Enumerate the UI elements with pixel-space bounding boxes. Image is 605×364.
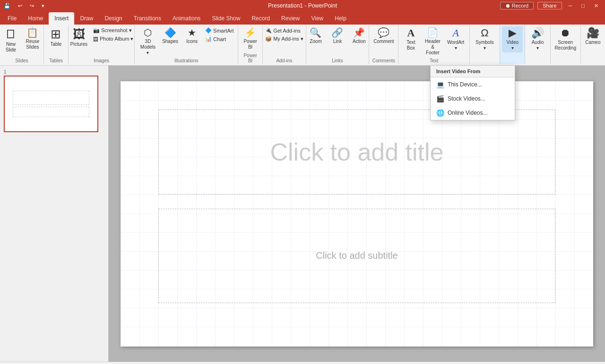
power-bi-label: PowerBI: [243, 39, 257, 50]
get-addins-button[interactable]: 🔌 Get Add-ins: [263, 26, 305, 34]
screenshot-button[interactable]: 📷 Screenshot ▾: [91, 26, 135, 34]
cameo-items: 🎥 Cameo: [582, 26, 603, 62]
images-group-label: Images: [94, 57, 109, 63]
icons-icon: ★: [188, 28, 196, 37]
screenshot-icon: 📷: [93, 27, 100, 34]
tab-transitions[interactable]: Transitions: [128, 12, 167, 25]
title-placeholder[interactable]: Click to add title: [158, 110, 555, 195]
header-footer-button[interactable]: 📄 Header& Footer: [422, 26, 443, 57]
quick-access-save[interactable]: 💾: [4, 3, 10, 9]
comments-items: 💬 Comment: [371, 26, 397, 57]
stock-videos-label: Stock Videos...: [448, 95, 485, 102]
symbols-label: Symbols ▾: [475, 40, 494, 51]
zoom-button[interactable]: 🔍 Zoom: [305, 26, 326, 46]
addins-group-label: Add-ins: [276, 57, 292, 63]
stock-videos-item[interactable]: 🎬 Stock Videos...: [431, 92, 515, 106]
audio-button[interactable]: 🔊 Audio ▾: [527, 26, 548, 52]
subtitle-placeholder-text: Click to add subtitle: [316, 250, 398, 261]
new-slide-button[interactable]: 🗌 NewSlide: [0, 26, 21, 54]
maximize-button[interactable]: □: [579, 3, 588, 8]
quick-access-undo[interactable]: ↩: [18, 3, 22, 9]
pictures-button[interactable]: 🖼 Pictures: [68, 26, 90, 49]
comment-button[interactable]: 💬 Comment: [371, 26, 397, 46]
online-videos-item[interactable]: 🌐 Online Videos...: [431, 106, 515, 120]
tab-review[interactable]: Review: [276, 12, 305, 25]
dropdown-header: Insert Video From: [431, 66, 515, 77]
reuse-slides-icon: 📋: [26, 28, 38, 37]
header-footer-label: Header& Footer: [425, 39, 441, 56]
symbols-button[interactable]: Ω Symbols ▾: [473, 26, 497, 52]
slides-items: 🗌 NewSlide 📋 ReuseSlides: [0, 26, 43, 57]
tab-design[interactable]: Design: [99, 12, 128, 25]
screen-recording-icon: ⏺: [560, 28, 570, 38]
action-icon: 📌: [353, 28, 365, 37]
reuse-slides-button[interactable]: 📋 ReuseSlides: [22, 26, 43, 51]
share-button[interactable]: Share: [537, 2, 562, 9]
quick-access-redo[interactable]: ↪: [30, 3, 34, 9]
screen-recording-label: ScreenRecording: [554, 40, 576, 51]
chart-button[interactable]: 📊 Chart: [203, 35, 235, 43]
photo-album-button[interactable]: 🖼 Photo Album ▾: [91, 35, 135, 43]
subtitle-placeholder[interactable]: Click to add subtitle: [158, 209, 555, 303]
tab-view[interactable]: View: [305, 12, 329, 25]
3d-models-button[interactable]: ⬡ 3D Models ▾: [137, 26, 159, 57]
get-addins-label: Get Add-ins: [273, 28, 300, 34]
wordart-button[interactable]: A WordArt ▾: [444, 26, 467, 52]
get-addins-icon: 🔌: [265, 27, 272, 34]
textbox-button[interactable]: A TextBox: [400, 26, 421, 52]
power-bi-button[interactable]: ⚡ PowerBI: [240, 26, 261, 51]
ribbon-group-powerbi: ⚡ PowerBI Power BI: [238, 25, 263, 64]
ribbon-group-illustrations: ⬡ 3D Models ▾ 🔷 Shapes ★ Icons 🔷 SmartAr…: [135, 25, 238, 64]
3d-models-label: 3D Models ▾: [140, 39, 156, 56]
tables-group-label: Tables: [49, 57, 63, 63]
table-icon: ⊞: [51, 28, 61, 40]
symbols-items: Ω Symbols ▾: [473, 26, 497, 62]
status-bar: Slide 1 of 1 📝 Notes 💬 Comments ───── 57…: [0, 362, 605, 364]
ribbon-group-text: A TextBox 📄 Header& Footer A WordArt ▾ T…: [398, 25, 469, 64]
slides-group-label: Slides: [15, 57, 28, 63]
slide-thumbnail[interactable]: [4, 76, 98, 132]
illustrations-group-label: Illustrations: [174, 57, 199, 63]
my-addins-icon: 📦: [265, 36, 272, 42]
my-addins-button[interactable]: 📦 My Add-ins ▾: [263, 35, 305, 43]
ribbon-group-images: 🖼 Pictures 📷 Screenshot ▾ 🖼 Photo Album …: [69, 25, 135, 64]
tab-animations[interactable]: Animations: [167, 12, 206, 25]
new-slide-label: NewSlide: [6, 42, 16, 53]
smartart-button[interactable]: 🔷 SmartArt: [203, 26, 235, 34]
tab-slideshow[interactable]: Slide Show: [206, 12, 246, 25]
tab-help[interactable]: Help: [329, 12, 352, 25]
tab-record[interactable]: Record: [246, 12, 276, 25]
shapes-button[interactable]: 🔷 Shapes: [160, 26, 181, 46]
this-device-icon: 💻: [436, 81, 444, 88]
this-device-item[interactable]: 💻 This Device...: [431, 77, 515, 92]
link-button[interactable]: 🔗 Link: [327, 26, 348, 46]
text-group-label: Text: [430, 57, 438, 63]
close-button[interactable]: ✕: [591, 3, 601, 9]
ribbon-group-symbols: Ω Symbols ▾: [470, 25, 501, 64]
tab-file[interactable]: File: [2, 12, 22, 25]
powerbi-items: ⚡ PowerBI: [240, 26, 261, 52]
icons-label: Icons: [186, 39, 198, 44]
link-label: Link: [333, 39, 342, 44]
table-button[interactable]: ⊞ Table: [45, 26, 66, 49]
illustrations-col: 🔷 SmartArt 📊 Chart: [203, 26, 235, 43]
screenshot-label: Screenshot ▾: [101, 27, 132, 34]
audio-icon: 🔊: [531, 28, 544, 38]
minimize-button[interactable]: ─: [566, 3, 575, 8]
quick-access-more[interactable]: ▾: [42, 3, 44, 9]
wordart-label: WordArt ▾: [447, 40, 465, 51]
screen-recording-button[interactable]: ⏺ ScreenRecording: [552, 26, 579, 52]
tab-home[interactable]: Home: [22, 12, 49, 25]
icons-button[interactable]: ★ Icons: [182, 26, 202, 46]
comment-label: Comment: [373, 39, 394, 44]
action-button[interactable]: 📌 Action: [349, 26, 370, 46]
tab-insert[interactable]: Insert: [49, 12, 74, 25]
file-name: Presentation1 - PowerPoint: [268, 2, 337, 9]
video-button[interactable]: ▶ Video ▾: [502, 26, 523, 52]
ribbon-group-video: ▶ Video ▾: [500, 25, 525, 64]
record-button[interactable]: ⏺ Record: [500, 2, 534, 9]
tab-draw[interactable]: Draw: [74, 12, 99, 25]
cameo-button[interactable]: 🎥 Cameo: [582, 26, 603, 47]
action-label: Action: [353, 39, 366, 44]
powerbi-group-label: Power BI: [241, 52, 259, 63]
